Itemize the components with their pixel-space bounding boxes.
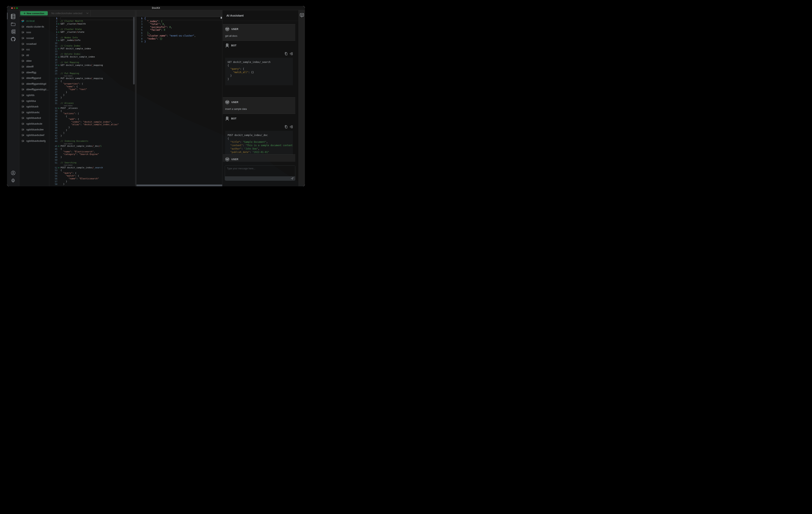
connection-item[interactable]: ddee	[19, 58, 49, 64]
auto-indent-widget[interactable]: Auto Indent	[61, 104, 72, 107]
line-number: 3	[49, 23, 57, 25]
editor-line: 41 ]	[49, 131, 135, 134]
run-query-button[interactable]: ▶	[57, 78, 61, 79]
connection-item[interactable]: ddeefffggareddsgd	[19, 81, 49, 87]
connection-item[interactable]: dd	[19, 53, 49, 58]
line-number: 58	[49, 183, 57, 185]
ai-panel-rail	[298, 10, 305, 186]
editor-line: 4	[49, 25, 135, 28]
run-query-button[interactable]: ▶	[57, 23, 61, 25]
connection-item[interactable]: sssadsad	[19, 41, 49, 47]
icon-rail	[7, 10, 19, 186]
active-rail-indicator	[7, 12, 8, 19]
connection-item[interactable]: sgdsfdsavbc	[19, 110, 49, 115]
elasticsearch-logo	[21, 65, 25, 68]
connection-item[interactable]: ddeefffgg	[19, 69, 49, 75]
editor-line: 3▶GET _cluster/health	[49, 23, 135, 25]
bot-avatar-icon	[225, 43, 229, 48]
connection-item[interactable]: sgdsfdsavbcd	[19, 115, 49, 121]
editor-splitter[interactable]	[135, 10, 137, 186]
new-connection-button[interactable]: New connection	[20, 11, 48, 16]
editor-line: 51// Searching	[49, 161, 135, 164]
request-editor[interactable]: 1 2// Cluster Health 3▶GET _cluster/heal…	[49, 17, 135, 186]
bot-label: BOT	[231, 117, 236, 120]
response-horizontal-scrollbar[interactable]	[137, 184, 222, 186]
connection-item[interactable]: os-local	[19, 18, 49, 24]
response-editor-scrollbar[interactable]	[221, 17, 222, 19]
editor-line: 21// Put Mapping	[49, 72, 135, 75]
github-icon[interactable]	[9, 35, 17, 43]
run-query-button[interactable]: ▶	[57, 39, 61, 41]
send-icon[interactable]	[291, 177, 293, 180]
line-number: 57	[49, 180, 57, 183]
elasticsearch-logo	[21, 111, 25, 114]
connection-name: sgdsfdsa	[26, 100, 49, 102]
connection-name: ssss	[26, 31, 49, 34]
connection-item[interactable]: elastic-cluster-tls	[19, 24, 49, 30]
editor-line: 8// Nodes Info	[49, 36, 135, 39]
copy-icon[interactable]	[285, 125, 288, 128]
response-line: 6 },	[137, 32, 222, 34]
connections-icon[interactable]	[9, 12, 17, 20]
connection-item[interactable]: ssss	[19, 30, 49, 35]
editor-toolbar: No collection/index selected	[49, 10, 135, 17]
response-editor[interactable]: 1{ 2 "_nodes": { 3 "total": 0, 4 "succes…	[137, 17, 222, 186]
connection-item[interactable]: sgdsfdsavbcde	[19, 121, 49, 127]
chat-smiley-icon[interactable]	[300, 13, 304, 18]
user-icon[interactable]	[9, 169, 17, 177]
copy-icon[interactable]	[285, 52, 288, 55]
editor-line: 36 "add": {	[49, 118, 135, 121]
connection-name: sgdsfdsavbc	[26, 111, 49, 114]
connection-item[interactable]: ddeefffggared	[19, 75, 49, 81]
run-query-button[interactable]: ▶	[57, 107, 61, 109]
line-number: 37	[49, 121, 57, 123]
connection-item[interactable]: ssssad	[19, 35, 49, 41]
line-number: 43	[49, 137, 57, 140]
connection-item[interactable]: sgdsfdsavb	[19, 104, 49, 110]
screenshot-canvas: DocKit	[0, 0, 313, 198]
line-number: 44	[49, 140, 57, 142]
response-line: 1{	[137, 17, 222, 20]
run-query-button[interactable]: ▶	[57, 31, 61, 33]
editor-line: 25 "name": {	[49, 85, 135, 88]
chevron-down-icon	[86, 12, 88, 14]
run-query-button[interactable]: ▶	[57, 167, 61, 169]
editor-line: 56 "name": "Elasticsearch"	[49, 177, 135, 180]
run-query-button[interactable]: ▶	[57, 145, 61, 147]
line-number: 17	[49, 61, 57, 64]
tree-icon[interactable]	[9, 28, 17, 35]
editor-line: 53{	[49, 169, 135, 172]
run-query-button[interactable]: ▶	[57, 64, 61, 66]
auto-indent-widget[interactable]: Auto Indent	[61, 75, 72, 77]
connection-item[interactable]: ccc	[19, 47, 49, 53]
line-number: 7	[49, 34, 57, 36]
line-number: 46	[49, 148, 57, 150]
insert-to-editor-icon[interactable]	[290, 52, 293, 55]
message-text: insert a sample data	[225, 108, 293, 111]
auto-indent-widget[interactable]: Auto Indent	[61, 164, 72, 166]
insert-to-editor-icon[interactable]	[290, 125, 293, 128]
connection-item[interactable]: sgdsfdsavbcdeef	[19, 132, 49, 138]
connection-item[interactable]: sgdsfdsavbcdeefg	[19, 138, 49, 144]
folder-icon[interactable]	[9, 20, 17, 28]
line-number: 6	[49, 31, 57, 33]
connection-item[interactable]: sgdsfds	[19, 92, 49, 98]
line-number: 5	[49, 28, 57, 31]
connection-item[interactable]: ddeefffggareddsgda…	[19, 87, 49, 92]
auto-indent-widget[interactable]: Auto Indent	[61, 143, 72, 145]
titlebar: DocKit	[7, 6, 305, 10]
gear-icon[interactable]	[9, 177, 17, 184]
chat-input[interactable]	[225, 165, 295, 176]
run-query-button[interactable]: ▶	[57, 56, 61, 58]
editor-line: 15▶DELETE dockit_sample_index	[49, 56, 135, 58]
connection-item[interactable]: ddeefff	[19, 64, 49, 70]
editor-line: 9▶GET _nodes/info	[49, 39, 135, 42]
editor-line: 18▶GET dockit_sample_index/_mapping	[49, 64, 135, 67]
elasticsearch-logo	[21, 59, 25, 62]
connection-item[interactable]: sgdsfdsa	[19, 98, 49, 104]
collection-select[interactable]: No collection/index selected	[49, 10, 91, 17]
elasticsearch-logo	[21, 54, 25, 57]
request-editor-scrollbar[interactable]	[133, 17, 135, 85]
connection-item[interactable]: sgdsfdsavbcdee	[19, 127, 49, 132]
run-query-button[interactable]: ▶	[57, 48, 61, 50]
